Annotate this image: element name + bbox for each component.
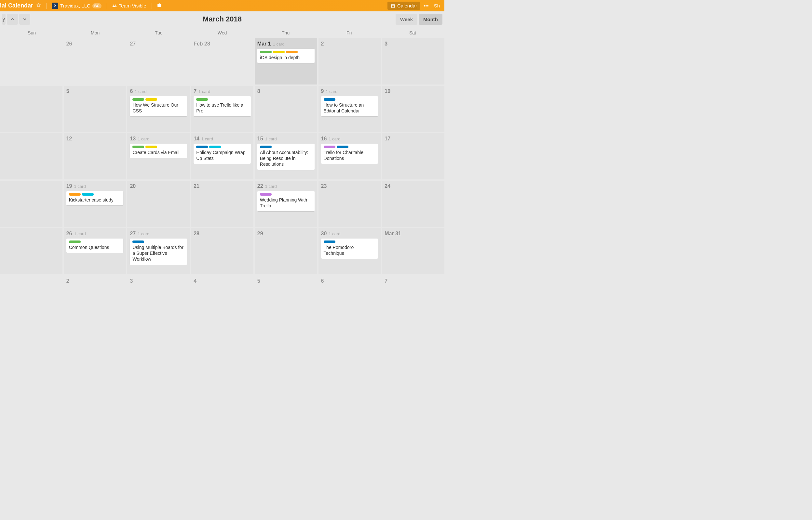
calendar-cell[interactable]: 131 cardCreate Cards via Email — [127, 133, 190, 179]
calendar-cell[interactable]: 21 — [191, 181, 253, 227]
day-header: Thu — [254, 27, 318, 38]
calendar-cell[interactable]: 8 — [255, 86, 317, 132]
calendar-cell[interactable]: 28 — [191, 228, 253, 274]
calendar-cell[interactable]: 2 — [319, 38, 381, 84]
calendar-cell[interactable]: 2 — [64, 276, 126, 285]
date-line: 8 — [257, 88, 315, 94]
calendar-cell[interactable]: 12 — [64, 133, 126, 179]
calendar-cell[interactable]: 161 cardTrello for Charitable Donations — [319, 133, 381, 179]
date-number: Mar 31 — [385, 231, 401, 237]
calendar-cell[interactable]: Mar 31 — [382, 228, 444, 274]
month-view-button[interactable]: Month — [419, 14, 442, 25]
calendar-cell[interactable] — [0, 276, 63, 285]
calendar-cell[interactable] — [0, 228, 63, 274]
label-green — [69, 240, 81, 243]
calendar-cell[interactable]: 23 — [319, 181, 381, 227]
card[interactable]: Kickstarter case study — [66, 191, 124, 205]
calendar-cell[interactable]: 24 — [382, 181, 444, 227]
calendar-cell[interactable]: 10 — [382, 86, 444, 132]
week-view-button[interactable]: Week — [396, 14, 417, 25]
calendar-cell[interactable]: 4 — [191, 276, 253, 285]
star-icon[interactable] — [36, 3, 41, 8]
date-number: 8 — [257, 88, 260, 94]
card[interactable]: iOS design in depth — [257, 49, 315, 63]
card[interactable]: Holiday Campaign Wrap Up Stats — [194, 144, 251, 164]
calendar-cell[interactable]: 151 cardAll About Accountability: Being … — [255, 133, 317, 179]
card[interactable]: Trello for Charitable Donations — [321, 144, 378, 164]
show-menu-button[interactable]: Sh — [432, 2, 442, 10]
card-labels — [196, 146, 248, 148]
calendar-cell[interactable]: 5 — [255, 276, 317, 285]
card[interactable]: How to use Trello like a Pro — [194, 96, 251, 116]
calendar-cell[interactable] — [0, 181, 63, 227]
calendar-cell[interactable] — [0, 86, 63, 132]
card[interactable]: The Pomodoro Technique — [321, 238, 378, 259]
calendar-cell[interactable]: 61 cardHow We Structure Our CSS — [127, 86, 190, 132]
calendar-cell[interactable] — [0, 133, 63, 179]
calendar-cell[interactable]: 27 — [127, 38, 190, 84]
card-title: Holiday Campaign Wrap Up Stats — [196, 150, 248, 161]
board-name[interactable]: ial Calendar — [0, 2, 33, 9]
calendar-cell[interactable]: 5 — [64, 86, 126, 132]
calendar-cell[interactable]: Mar 11 cardiOS design in depth — [255, 38, 317, 84]
date-number: 29 — [257, 231, 263, 237]
today-button[interactable]: y — [2, 14, 5, 25]
date-number: 3 — [130, 278, 133, 284]
day-headers: SunMonTueWedThuFriSat — [0, 27, 444, 38]
next-button[interactable] — [19, 14, 30, 25]
calendar-cell[interactable]: 141 cardHoliday Campaign Wrap Up Stats — [191, 133, 253, 179]
card[interactable]: All About Accountability: Being Resolute… — [257, 144, 315, 170]
card-labels — [324, 146, 376, 148]
card-title: The Pomodoro Technique — [324, 244, 376, 256]
calendar-cell[interactable]: 3 — [382, 38, 444, 84]
date-line: 21 — [194, 183, 251, 189]
card-count: 1 card — [265, 184, 277, 189]
date-number: Mar 1 — [257, 41, 271, 47]
calendar-icon — [391, 4, 395, 8]
calendar-cell[interactable]: 91 cardHow to Structure an Editorial Cal… — [319, 86, 381, 132]
calendar-cell[interactable]: 71 cardHow to use Trello like a Pro — [191, 86, 253, 132]
calendar-cell[interactable]: 26 — [64, 38, 126, 84]
card[interactable]: How We Structure Our CSS — [130, 96, 187, 116]
separator — [46, 3, 47, 9]
date-line: 261 card — [66, 231, 124, 237]
label-green — [132, 146, 144, 148]
calendar-cell[interactable]: 20 — [127, 181, 190, 227]
calendar-cell[interactable]: 261 cardCommon Questions — [64, 228, 126, 274]
label-blue — [196, 146, 208, 148]
date-line: 7 — [385, 278, 442, 284]
more-menu-button[interactable]: ••• — [422, 2, 431, 10]
card-title: Wedding Planning With Trello — [260, 197, 312, 209]
briefcase-icon[interactable] — [157, 3, 162, 8]
calendar-cell[interactable]: 17 — [382, 133, 444, 179]
visibility-button[interactable]: Team Visible — [112, 3, 146, 8]
card[interactable]: Using Multiple Boards for a Super Effect… — [130, 238, 187, 265]
card[interactable]: Wedding Planning With Trello — [257, 191, 315, 211]
calendar-grid: 2627Feb 28Mar 11 cardiOS design in depth… — [0, 38, 444, 285]
card-count: 1 card — [273, 42, 285, 47]
date-line: 191 card — [66, 183, 124, 189]
calendar-cell[interactable] — [0, 38, 63, 84]
date-line: 3 — [130, 278, 187, 284]
card[interactable]: How to Structure an Editorial Calendar — [321, 96, 378, 116]
date-line: 5 — [257, 278, 315, 284]
card[interactable]: Common Questions — [66, 238, 124, 253]
calendar-cell[interactable]: 6 — [319, 276, 381, 285]
calendar-cell[interactable]: 191 cardKickstarter case study — [64, 181, 126, 227]
calendar-cell[interactable]: 271 cardUsing Multiple Boards for a Supe… — [127, 228, 190, 274]
separator — [152, 3, 152, 9]
date-number: 4 — [194, 278, 196, 284]
prev-button[interactable] — [7, 14, 18, 25]
calendar-cell[interactable]: Feb 28 — [191, 38, 253, 84]
calendar-cell[interactable]: 7 — [382, 276, 444, 285]
calendar-button[interactable]: Calendar — [388, 2, 420, 10]
team-badge[interactable]: ✕ Travidux, LLC BC — [52, 3, 101, 9]
date-line: 161 card — [321, 136, 378, 142]
calendar-cell[interactable]: 29 — [255, 228, 317, 274]
date-line: 2 — [321, 41, 378, 47]
calendar-cell[interactable]: 221 cardWedding Planning With Trello — [255, 181, 317, 227]
calendar-cell[interactable]: 301 cardThe Pomodoro Technique — [319, 228, 381, 274]
card[interactable]: Create Cards via Email — [130, 144, 187, 158]
calendar-cell[interactable]: 3 — [127, 276, 190, 285]
card-labels — [260, 146, 312, 148]
